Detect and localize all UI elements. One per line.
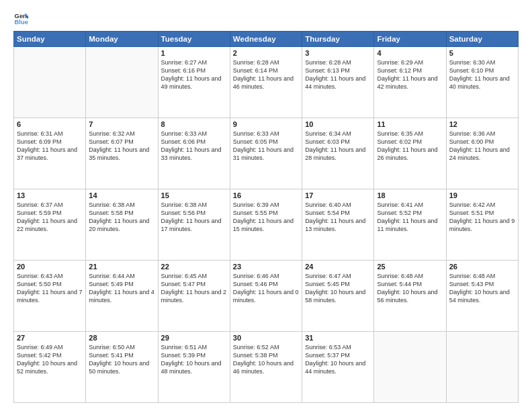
calendar-cell: 24Sunrise: 6:47 AM Sunset: 5:45 PM Dayli… — [302, 261, 374, 332]
calendar-cell — [86, 47, 158, 118]
day-number: 22 — [161, 263, 227, 271]
calendar-cell: 18Sunrise: 6:41 AM Sunset: 5:52 PM Dayli… — [374, 189, 446, 261]
calendar-cell: 14Sunrise: 6:38 AM Sunset: 5:58 PM Dayli… — [86, 189, 158, 261]
calendar-cell — [446, 332, 518, 403]
calendar-cell: 2Sunrise: 6:28 AM Sunset: 6:14 PM Daylig… — [230, 47, 302, 118]
cell-info: Sunrise: 6:37 AM Sunset: 5:59 PM Dayligh… — [17, 201, 83, 234]
calendar-table: SundayMondayTuesdayWednesdayThursdayFrid… — [13, 31, 519, 403]
day-number: 16 — [233, 191, 299, 199]
day-header-wednesday: Wednesday — [230, 32, 302, 47]
week-row-2: 13Sunrise: 6:37 AM Sunset: 5:59 PM Dayli… — [14, 189, 519, 261]
calendar-cell: 3Sunrise: 6:28 AM Sunset: 6:13 PM Daylig… — [302, 47, 374, 118]
header: Gen Blue — [13, 11, 519, 26]
cell-info: Sunrise: 6:38 AM Sunset: 5:56 PM Dayligh… — [161, 201, 227, 234]
calendar-body: 1Sunrise: 6:27 AM Sunset: 6:16 PM Daylig… — [14, 47, 519, 403]
day-number: 19 — [449, 191, 515, 199]
cell-info: Sunrise: 6:46 AM Sunset: 5:46 PM Dayligh… — [233, 272, 299, 305]
calendar-cell: 12Sunrise: 6:36 AM Sunset: 6:00 PM Dayli… — [446, 118, 518, 189]
page: Gen Blue SundayMondayTuesdayWednesdayThu… — [0, 0, 532, 411]
calendar-cell: 20Sunrise: 6:43 AM Sunset: 5:50 PM Dayli… — [14, 261, 86, 332]
calendar-cell: 11Sunrise: 6:35 AM Sunset: 6:02 PM Dayli… — [374, 118, 446, 189]
cell-info: Sunrise: 6:28 AM Sunset: 6:14 PM Dayligh… — [233, 58, 299, 91]
day-header-saturday: Saturday — [446, 32, 518, 47]
cell-info: Sunrise: 6:34 AM Sunset: 6:03 PM Dayligh… — [305, 130, 371, 163]
calendar-cell: 10Sunrise: 6:34 AM Sunset: 6:03 PM Dayli… — [302, 118, 374, 189]
calendar-cell: 23Sunrise: 6:46 AM Sunset: 5:46 PM Dayli… — [230, 261, 302, 332]
cell-info: Sunrise: 6:42 AM Sunset: 5:51 PM Dayligh… — [449, 201, 515, 234]
calendar-cell: 6Sunrise: 6:31 AM Sunset: 6:09 PM Daylig… — [14, 118, 86, 189]
day-number: 31 — [305, 334, 371, 342]
day-number: 28 — [89, 334, 154, 342]
week-row-4: 27Sunrise: 6:49 AM Sunset: 5:42 PM Dayli… — [14, 332, 519, 403]
day-number: 15 — [161, 191, 227, 199]
day-number: 24 — [305, 263, 371, 271]
cell-info: Sunrise: 6:29 AM Sunset: 6:12 PM Dayligh… — [377, 58, 443, 91]
week-row-0: 1Sunrise: 6:27 AM Sunset: 6:16 PM Daylig… — [14, 47, 519, 118]
calendar-cell: 28Sunrise: 6:50 AM Sunset: 5:41 PM Dayli… — [86, 332, 158, 403]
calendar-cell: 27Sunrise: 6:49 AM Sunset: 5:42 PM Dayli… — [14, 332, 86, 403]
header-row: SundayMondayTuesdayWednesdayThursdayFrid… — [14, 32, 519, 47]
calendar-cell: 7Sunrise: 6:32 AM Sunset: 6:07 PM Daylig… — [86, 118, 158, 189]
day-number: 23 — [233, 263, 299, 271]
cell-info: Sunrise: 6:36 AM Sunset: 6:00 PM Dayligh… — [449, 130, 515, 163]
day-number: 12 — [449, 120, 515, 128]
calendar-cell: 30Sunrise: 6:52 AM Sunset: 5:38 PM Dayli… — [230, 332, 302, 403]
day-number: 29 — [161, 334, 227, 342]
day-number: 14 — [89, 191, 154, 199]
cell-info: Sunrise: 6:48 AM Sunset: 5:43 PM Dayligh… — [449, 272, 515, 305]
day-number: 5 — [449, 49, 515, 57]
calendar-cell: 1Sunrise: 6:27 AM Sunset: 6:16 PM Daylig… — [158, 47, 230, 118]
day-number: 17 — [305, 191, 371, 199]
cell-info: Sunrise: 6:44 AM Sunset: 5:49 PM Dayligh… — [89, 272, 154, 305]
day-number: 7 — [89, 120, 154, 128]
cell-info: Sunrise: 6:35 AM Sunset: 6:02 PM Dayligh… — [377, 130, 443, 163]
calendar-cell — [374, 332, 446, 403]
day-number: 8 — [161, 120, 227, 128]
calendar-cell: 8Sunrise: 6:33 AM Sunset: 6:06 PM Daylig… — [158, 118, 230, 189]
day-number: 10 — [305, 120, 371, 128]
cell-info: Sunrise: 6:33 AM Sunset: 6:05 PM Dayligh… — [233, 130, 299, 163]
day-header-monday: Monday — [86, 32, 158, 47]
day-number: 27 — [17, 334, 83, 342]
cell-info: Sunrise: 6:40 AM Sunset: 5:54 PM Dayligh… — [305, 201, 371, 234]
day-number: 21 — [89, 263, 154, 271]
cell-info: Sunrise: 6:32 AM Sunset: 6:07 PM Dayligh… — [89, 130, 154, 163]
calendar-cell: 4Sunrise: 6:29 AM Sunset: 6:12 PM Daylig… — [374, 47, 446, 118]
day-number: 18 — [377, 191, 443, 199]
day-header-friday: Friday — [374, 32, 446, 47]
cell-info: Sunrise: 6:43 AM Sunset: 5:50 PM Dayligh… — [17, 272, 83, 305]
logo: Gen Blue — [13, 11, 30, 26]
day-number: 3 — [305, 49, 371, 57]
day-number: 30 — [233, 334, 299, 342]
calendar-cell: 22Sunrise: 6:45 AM Sunset: 5:47 PM Dayli… — [158, 261, 230, 332]
cell-info: Sunrise: 6:41 AM Sunset: 5:52 PM Dayligh… — [377, 201, 443, 234]
day-number: 9 — [233, 120, 299, 128]
day-number: 13 — [17, 191, 83, 199]
calendar-cell: 19Sunrise: 6:42 AM Sunset: 5:51 PM Dayli… — [446, 189, 518, 261]
calendar-cell: 16Sunrise: 6:39 AM Sunset: 5:55 PM Dayli… — [230, 189, 302, 261]
calendar-cell: 31Sunrise: 6:53 AM Sunset: 5:37 PM Dayli… — [302, 332, 374, 403]
cell-info: Sunrise: 6:51 AM Sunset: 5:39 PM Dayligh… — [161, 343, 227, 376]
cell-info: Sunrise: 6:39 AM Sunset: 5:55 PM Dayligh… — [233, 201, 299, 234]
day-number: 6 — [17, 120, 83, 128]
day-header-tuesday: Tuesday — [158, 32, 230, 47]
day-number: 1 — [161, 49, 227, 57]
day-header-sunday: Sunday — [14, 32, 86, 47]
cell-info: Sunrise: 6:52 AM Sunset: 5:38 PM Dayligh… — [233, 343, 299, 376]
calendar-header: SundayMondayTuesdayWednesdayThursdayFrid… — [14, 32, 519, 47]
cell-info: Sunrise: 6:30 AM Sunset: 6:10 PM Dayligh… — [449, 58, 515, 91]
day-number: 25 — [377, 263, 443, 271]
calendar-cell: 29Sunrise: 6:51 AM Sunset: 5:39 PM Dayli… — [158, 332, 230, 403]
cell-info: Sunrise: 6:31 AM Sunset: 6:09 PM Dayligh… — [17, 130, 83, 163]
day-number: 20 — [17, 263, 83, 271]
day-number: 11 — [377, 120, 443, 128]
week-row-3: 20Sunrise: 6:43 AM Sunset: 5:50 PM Dayli… — [14, 261, 519, 332]
svg-text:Blue: Blue — [15, 18, 28, 26]
cell-info: Sunrise: 6:45 AM Sunset: 5:47 PM Dayligh… — [161, 272, 227, 305]
day-header-thursday: Thursday — [302, 32, 374, 47]
calendar-cell — [14, 47, 86, 118]
calendar-cell: 25Sunrise: 6:48 AM Sunset: 5:44 PM Dayli… — [374, 261, 446, 332]
calendar-cell: 26Sunrise: 6:48 AM Sunset: 5:43 PM Dayli… — [446, 261, 518, 332]
logo-icon: Gen Blue — [13, 11, 28, 26]
calendar-cell: 21Sunrise: 6:44 AM Sunset: 5:49 PM Dayli… — [86, 261, 158, 332]
